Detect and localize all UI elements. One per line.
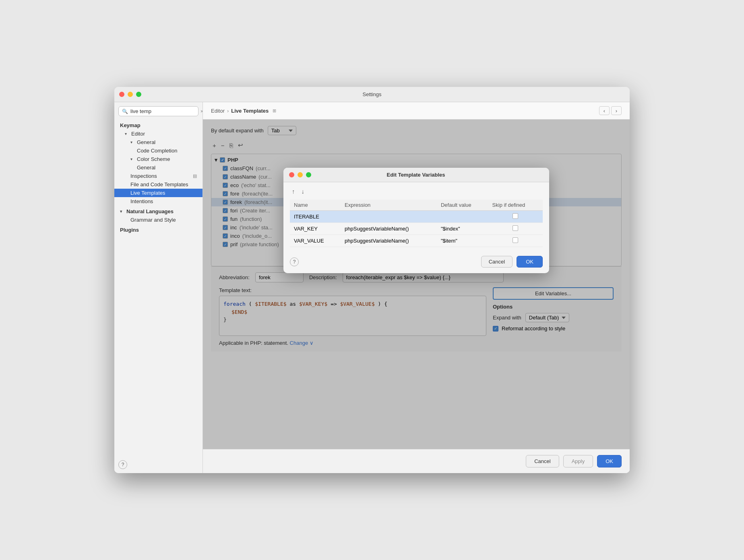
- cancel-button[interactable]: Cancel: [526, 455, 559, 467]
- sidebar-bottom: ?: [114, 456, 203, 473]
- ok-button[interactable]: OK: [597, 455, 622, 467]
- modal-ok-button[interactable]: OK: [517, 256, 543, 268]
- variables-table-body: ITERABLE VAR_KEY: [290, 211, 543, 247]
- panel-header: Editor › Live Templates ⊞ ‹ ›: [203, 102, 630, 119]
- sidebar-item-intentions[interactable]: Intentions: [114, 197, 203, 206]
- live-templates-label: Live Templates: [130, 190, 165, 196]
- modal-overlay: Edit Template Variables ↑ ↓ Name: [203, 119, 630, 449]
- editor-arrow: ▾: [125, 132, 130, 136]
- sidebar-item-grammar-style[interactable]: Grammar and Style: [114, 216, 203, 224]
- sidebar-item-editor[interactable]: ▾ Editor: [114, 130, 203, 138]
- modal-footer: ? Cancel OK: [283, 252, 549, 273]
- modal-toolbar: ↑ ↓: [290, 187, 543, 196]
- search-icon: 🔍: [122, 109, 128, 114]
- color-scheme-general-label: General: [137, 165, 155, 171]
- edit-template-variables-modal: Edit Template Variables ↑ ↓ Name: [283, 168, 549, 273]
- editor-label: Editor: [131, 131, 145, 137]
- search-box[interactable]: 🔍 ×: [118, 106, 198, 116]
- col-skip-if-defined: Skip if defined: [488, 200, 543, 211]
- table-row-iterable[interactable]: ITERABLE: [290, 211, 543, 223]
- iterable-expression: [341, 211, 437, 223]
- table-row-var-key[interactable]: VAR_KEY phpSuggestVariableName() "$index…: [290, 223, 543, 235]
- var-key-default: "$index": [437, 223, 488, 235]
- iterable-name: ITERABLE: [290, 211, 341, 223]
- plugins-label: Plugins: [120, 227, 139, 233]
- sidebar-item-natural-languages[interactable]: ▾ Natural Languages: [114, 207, 203, 216]
- color-scheme-arrow: ▾: [130, 157, 135, 161]
- settings-window: Settings 🔍 × Keymap ▾ Editor ▾ General: [114, 87, 630, 473]
- iterable-skip-checkbox[interactable]: [513, 213, 518, 219]
- variables-table: Name Expression Default value Skip if de…: [290, 200, 543, 247]
- iterable-default: [437, 211, 488, 223]
- keymap-label: Keymap: [120, 122, 141, 128]
- sidebar-item-keymap[interactable]: Keymap: [114, 121, 203, 130]
- sidebar-item-inspections[interactable]: Inspections ▤: [114, 172, 203, 180]
- var-value-skip-checkbox[interactable]: [513, 237, 518, 243]
- breadcrumb-current: Live Templates: [231, 108, 269, 114]
- sidebar-item-color-scheme-general[interactable]: General: [114, 163, 203, 172]
- sidebar-item-code-completion[interactable]: Code Completion: [114, 146, 203, 155]
- nav-tree: Keymap ▾ Editor ▾ General Code Completio…: [114, 119, 203, 236]
- sidebar-item-general[interactable]: ▾ General: [114, 138, 203, 146]
- sidebar-item-color-scheme[interactable]: ▾ Color Scheme: [114, 155, 203, 163]
- panel-nav-buttons: ‹ ›: [599, 106, 622, 115]
- breadcrumb: Editor › Live Templates ⊞: [211, 108, 276, 114]
- sidebar: 🔍 × Keymap ▾ Editor ▾ General Code Compl…: [114, 102, 203, 473]
- settings-body: By default expand with Tab Enter Space +…: [203, 119, 630, 449]
- modal-body: ↑ ↓ Name Expression Default value Ski: [283, 182, 549, 252]
- var-value-expression: phpSuggestVariableName(): [341, 235, 437, 247]
- main-panel: Editor › Live Templates ⊞ ‹ › By default…: [203, 102, 630, 473]
- modal-titlebar: Edit Template Variables: [283, 168, 549, 182]
- var-value-default: "$item": [437, 235, 488, 247]
- general-label: General: [137, 139, 155, 145]
- file-code-templates-label: File and Code Templates: [130, 181, 188, 187]
- modal-cancel-button[interactable]: Cancel: [481, 256, 513, 268]
- code-completion-label: Code Completion: [137, 148, 177, 154]
- sidebar-item-plugins[interactable]: Plugins: [114, 226, 203, 234]
- inspections-label: Inspections: [130, 173, 157, 179]
- window-controls: [119, 92, 141, 97]
- var-key-skip-checkbox[interactable]: [513, 225, 518, 231]
- var-value-name: VAR_VALUE: [290, 235, 341, 247]
- grammar-style-label: Grammar and Style: [130, 217, 176, 223]
- sidebar-help-button[interactable]: ?: [118, 460, 127, 469]
- search-input[interactable]: [130, 108, 198, 114]
- close-button[interactable]: [119, 92, 124, 97]
- minimize-button[interactable]: [128, 92, 133, 97]
- move-down-button[interactable]: ↓: [300, 187, 307, 196]
- col-name: Name: [290, 200, 341, 211]
- col-expression: Expression: [341, 200, 437, 211]
- var-key-name: VAR_KEY: [290, 223, 341, 235]
- natural-languages-label: Natural Languages: [126, 208, 174, 214]
- var-value-skip[interactable]: [488, 235, 543, 247]
- titlebar: Settings: [114, 87, 630, 102]
- sidebar-item-file-code-templates[interactable]: File and Code Templates: [114, 180, 203, 189]
- modal-title: Edit Template Variables: [288, 172, 544, 178]
- table-header-row: Name Expression Default value Skip if de…: [290, 200, 543, 211]
- natural-languages-arrow: ▾: [120, 209, 125, 214]
- iterable-skip[interactable]: [488, 211, 543, 223]
- sidebar-item-live-templates[interactable]: Live Templates: [114, 189, 203, 197]
- inspections-icon: ▤: [193, 173, 197, 179]
- maximize-button[interactable]: [136, 92, 141, 97]
- pin-icon: ⊞: [273, 108, 276, 113]
- variables-table-header: Name Expression Default value Skip if de…: [290, 200, 543, 211]
- main-content: 🔍 × Keymap ▾ Editor ▾ General Code Compl…: [114, 102, 630, 473]
- modal-help-button[interactable]: ?: [290, 257, 299, 266]
- window-title: Settings: [363, 91, 382, 97]
- table-row-var-value[interactable]: VAR_VALUE phpSuggestVariableName() "$ite…: [290, 235, 543, 247]
- col-default-value: Default value: [437, 200, 488, 211]
- apply-button[interactable]: Apply: [563, 455, 593, 467]
- breadcrumb-separator: ›: [227, 108, 229, 114]
- modal-action-buttons: Cancel OK: [481, 256, 543, 268]
- nav-back-button[interactable]: ‹: [599, 106, 610, 115]
- intentions-label: Intentions: [130, 198, 153, 204]
- color-scheme-label: Color Scheme: [137, 156, 170, 162]
- var-key-skip[interactable]: [488, 223, 543, 235]
- general-arrow: ▾: [130, 140, 135, 144]
- var-key-expression: phpSuggestVariableName(): [341, 223, 437, 235]
- bottom-buttons: Cancel Apply OK: [203, 449, 630, 473]
- move-up-button[interactable]: ↑: [290, 187, 297, 196]
- breadcrumb-editor: Editor: [211, 108, 225, 114]
- nav-forward-button[interactable]: ›: [611, 106, 622, 115]
